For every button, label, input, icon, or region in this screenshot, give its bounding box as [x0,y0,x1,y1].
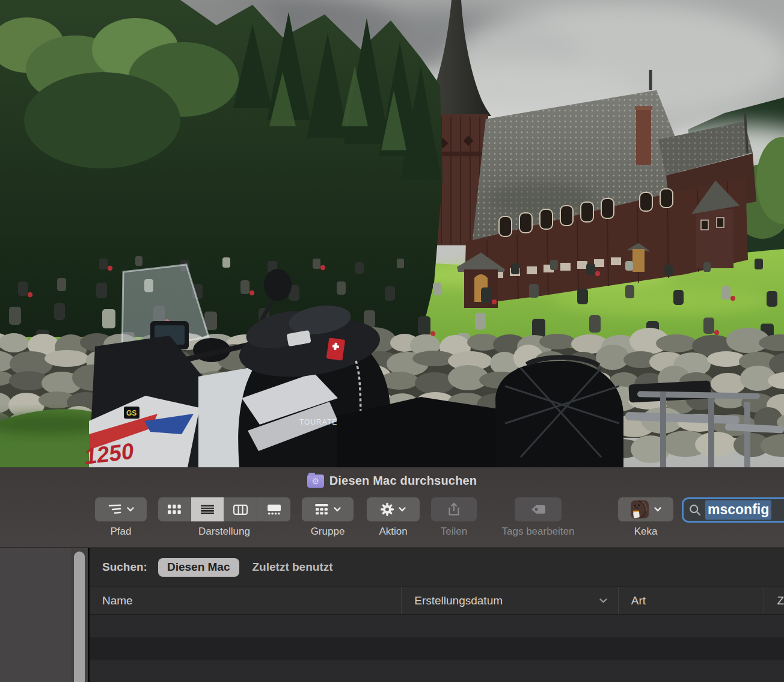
sidebar [0,548,71,682]
smart-folder-icon: ⚙ [307,475,324,488]
group-icon [314,504,329,515]
empty-row [90,615,784,637]
toolbar-group-tags: Tags bearbeiten [489,497,587,538]
view-label: Darstellung [158,526,290,538]
column-view-icon [233,505,248,515]
group-label: Gruppe [302,526,354,538]
action-label: Aktion [367,526,420,538]
empty-row [90,637,784,660]
toolbar-group-path: Pfad [95,497,147,538]
gear-icon [381,503,394,516]
icon-view-segment[interactable] [158,497,191,521]
edit-tags-label: Tags bearbeiten [489,526,587,538]
edit-tags-button[interactable] [515,497,562,521]
share-label: Teilen [431,526,477,538]
column-header-name[interactable]: Name [90,587,401,614]
view-segmented-control [158,497,290,521]
window-titlebar[interactable]: ⚙ Diesen Mac durchsuchen [0,467,784,494]
table-header: Name Erstellungsdatum Art Z [90,586,784,615]
toolbar-group-share: Teilen [431,497,477,538]
chevron-down-icon [127,507,134,512]
path-icon [108,503,122,515]
chevron-down-icon [654,507,661,512]
bike-gs-emblem-text: GS [126,409,136,417]
empty-row [90,660,784,682]
finder-search-window: ⚙ Diesen Mac durchsuchen [0,467,784,682]
search-text-selected: msconfig [705,500,771,520]
list-view-icon [201,505,214,514]
scope-bar-label: Suchen: [102,561,147,574]
photo-forest-left [0,0,443,337]
path-button[interactable] [95,497,147,521]
chevron-down-icon [334,507,341,512]
gallery-view-icon [267,505,281,515]
sidebar-scrollbar-thumb[interactable] [74,551,85,682]
search-icon [689,504,701,516]
search-input[interactable]: msconfig [682,497,784,523]
gallery-view-segment[interactable] [257,497,290,521]
screen: GS 1250 TOURATECH [0,0,784,682]
column-header-creation-date[interactable]: Erstellungsdatum [401,587,617,614]
toolbar-group-view: Darstellung [158,497,290,538]
scope-this-mac[interactable]: Diesen Mac [158,558,239,577]
search-scope-bar: Suchen: Diesen Mac Zuletzt benutzt [90,548,784,586]
search-results-pane: Suchen: Diesen Mac Zuletzt benutzt Name … [90,548,784,682]
column-header-kind[interactable]: Art [618,587,764,614]
desktop-wallpaper-photo: GS 1250 TOURATECH [0,0,784,467]
toolbar-group-keka: Keka [618,497,673,538]
action-button[interactable] [367,497,420,521]
group-button[interactable] [302,497,354,521]
share-icon [448,502,460,517]
results-list-empty [90,615,784,682]
window-content: Suchen: Diesen Mac Zuletzt benutzt Name … [0,547,784,682]
keka-app-icon [630,500,649,519]
toolbar-group-group: Gruppe [302,497,354,538]
share-button[interactable] [431,497,477,521]
list-view-segment-selected[interactable] [191,497,224,521]
path-label: Pfad [95,526,147,538]
sidebar-scrollbar-track[interactable] [71,548,88,682]
tag-icon [530,504,546,515]
column-view-segment[interactable] [224,497,257,521]
chevron-down-icon [399,507,406,512]
keka-button[interactable] [618,497,673,521]
window-toolbar: Pfad [0,494,784,547]
keka-label: Keka [618,526,673,538]
column-header-truncated[interactable]: Z [764,587,784,614]
icon-view-icon [168,505,181,514]
toolbar-group-action: Aktion [367,497,420,538]
sort-chevron-down-icon [599,598,607,603]
window-title: Diesen Mac durchsuchen [329,474,477,488]
scope-recents[interactable]: Zuletzt benutzt [253,561,333,574]
